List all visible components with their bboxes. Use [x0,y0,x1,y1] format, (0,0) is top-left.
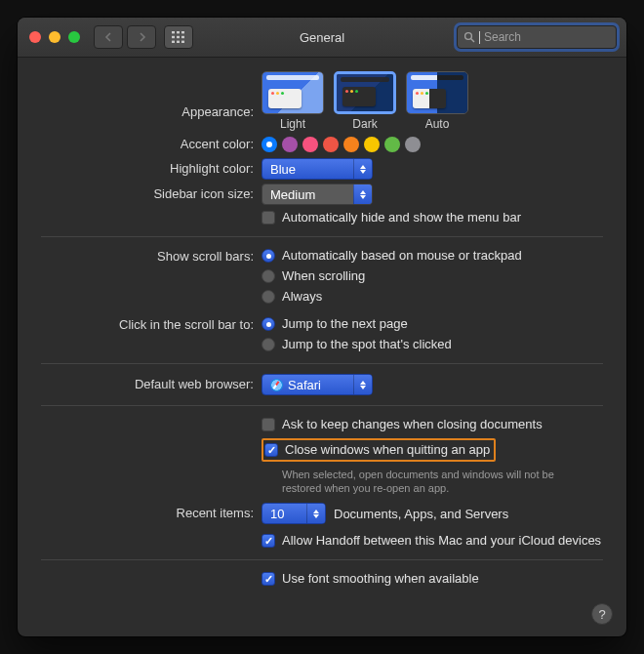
scrollbars-label: Show scroll bars: [41,247,262,266]
font-smoothing-checkbox[interactable]: Use font smoothing when available [262,570,479,588]
svg-rect-2 [181,31,184,33]
handoff-label: Allow Handoff between this Mac and your … [282,532,601,550]
click-spot-radio[interactable]: Jump to the spot that's clicked [262,336,452,353]
scroll-always-label: Always [282,288,322,306]
search-icon [463,31,475,43]
recent-label: Recent items: [41,504,262,523]
accent-color-picker [262,137,421,152]
ask-keep-changes-label: Ask to keep changes when closing documen… [282,416,543,433]
svg-rect-0 [172,31,175,33]
general-preferences-window: General Search Appearance: Light Dark [18,18,626,636]
svg-rect-6 [172,41,175,43]
toolbar-nav [94,25,156,49]
appearance-dark[interactable]: Dark [334,71,396,131]
accent-color-swatch[interactable] [262,137,277,152]
menubar-autohide-label: Automatically hide and show the menu bar [282,209,521,226]
browser-value: Safari [288,378,353,392]
recent-suffix: Documents, Apps, and Servers [334,507,508,521]
svg-rect-7 [177,41,180,43]
window-controls [18,31,80,43]
appearance-auto[interactable]: Auto [406,71,468,131]
separator [41,363,603,364]
zoom-window-button[interactable] [68,31,80,43]
browser-label: Default web browser: [41,375,262,394]
appearance-label: Appearance: [41,71,262,122]
svg-point-9 [465,33,472,40]
separator [41,236,603,237]
back-button[interactable] [94,25,123,49]
forward-button[interactable] [127,25,156,49]
svg-rect-5 [181,36,184,38]
toolbar-grid [164,25,193,49]
sidebar-label: Sidebar icon size: [41,184,262,204]
text-cursor [479,31,480,44]
checkbox-icon [262,572,275,586]
minimize-window-button[interactable] [49,31,60,43]
svg-rect-1 [177,31,180,33]
close-windows-hint: When selected, open documents and window… [282,468,594,495]
click-spot-label: Jump to the spot that's clicked [282,336,452,353]
search-placeholder: Search [484,30,521,44]
radio-icon [262,290,275,304]
accent-color-swatch[interactable] [405,137,421,152]
svg-rect-3 [172,36,175,38]
accent-color-swatch[interactable] [282,137,298,152]
ask-keep-changes-checkbox[interactable]: Ask to keep changes when closing documen… [262,416,543,433]
scroll-scrolling-radio[interactable]: When scrolling [262,267,365,285]
separator [41,405,603,406]
font-smoothing-label: Use font smoothing when available [282,570,479,588]
sidebar-value: Medium [270,187,353,202]
close-windows-checkbox[interactable]: Close windows when quitting an app [264,441,490,459]
svg-line-10 [471,39,474,42]
show-all-button[interactable] [164,25,193,49]
highlight-label: Highlight color: [41,159,262,179]
appearance-options: Light Dark Auto [262,71,468,131]
scroll-always-radio[interactable]: Always [262,288,322,306]
highlight-value: Blue [270,162,353,177]
recent-items-select[interactable]: 10 [262,503,326,524]
appearance-dark-label: Dark [352,117,377,131]
appearance-auto-label: Auto [425,117,450,131]
appearance-light[interactable]: Light [262,71,324,131]
close-window-button[interactable] [29,31,41,43]
radio-icon [262,338,275,351]
checkbox-icon [262,211,275,225]
highlight-color-select[interactable]: Blue [262,158,373,180]
handoff-checkbox[interactable]: Allow Handoff between this Mac and your … [262,532,601,550]
accent-color-swatch[interactable] [302,137,318,152]
svg-rect-8 [181,41,184,43]
checkbox-icon [264,443,278,457]
checkbox-icon [262,418,275,431]
default-browser-select[interactable]: Safari [262,374,373,395]
scroll-auto-label: Automatically based on mouse or trackpad [282,247,522,265]
accent-color-swatch[interactable] [384,137,400,152]
close-windows-label: Close windows when quitting an app [285,441,490,459]
safari-icon [270,379,283,391]
appearance-light-label: Light [280,117,305,131]
click-next-label: Jump to the next page [282,315,408,333]
search-field[interactable]: Search [457,25,617,49]
scroll-scrolling-label: When scrolling [282,267,365,285]
sidebar-size-select[interactable]: Medium [262,184,373,205]
clickscroll-label: Click in the scroll bar to: [41,315,262,335]
titlebar: General Search [18,18,626,58]
click-next-radio[interactable]: Jump to the next page [262,315,408,333]
checkbox-icon [262,534,275,548]
recent-value: 10 [270,507,306,521]
radio-icon [262,249,275,263]
accent-label: Accent color: [41,135,262,154]
menubar-autohide-checkbox[interactable]: Automatically hide and show the menu bar [262,209,521,226]
close-windows-highlight: Close windows when quitting an app [262,438,496,462]
scroll-auto-radio[interactable]: Automatically based on mouse or trackpad [262,247,522,265]
content-area: Appearance: Light Dark Auto [18,58,626,605]
help-button[interactable]: ? [591,603,613,625]
accent-color-swatch[interactable] [323,137,339,152]
accent-color-swatch[interactable] [364,137,380,152]
accent-color-swatch[interactable] [343,137,359,152]
separator [41,559,603,560]
radio-icon [262,269,275,283]
svg-rect-4 [177,36,180,38]
radio-icon [262,317,275,331]
